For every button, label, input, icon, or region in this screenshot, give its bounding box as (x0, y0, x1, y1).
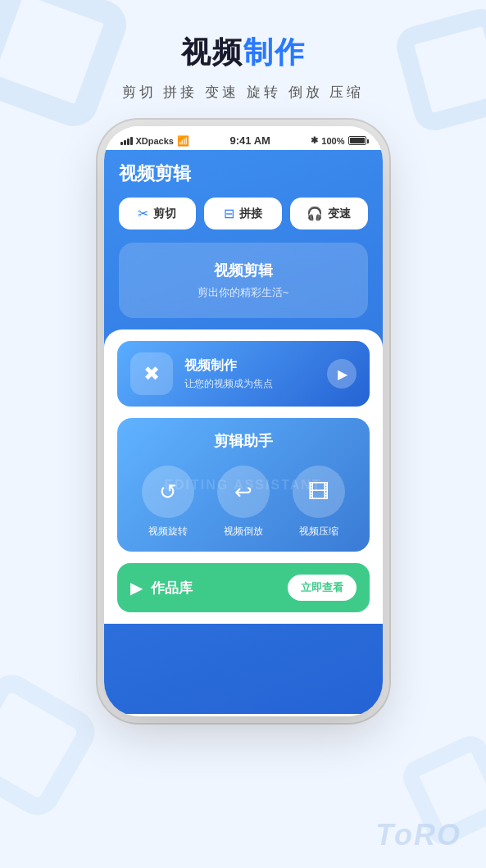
editing-tools: ↺ 视频旋转 ↩ 视频倒放 🎞 (130, 466, 357, 539)
production-card[interactable]: ✖ 视频制作 让您的视频成为焦点 ▶ (117, 341, 370, 407)
hero-card-subtitle: 剪出你的精彩生活~ (134, 285, 353, 300)
tool-rotate[interactable]: ↺ 视频旋转 (142, 466, 194, 539)
white-section: ✖ 视频制作 让您的视频成为焦点 ▶ EDITING ASSISTANT 剪辑助… (104, 329, 383, 624)
signal-bar-3 (127, 139, 129, 145)
works-title: 作品库 (151, 579, 193, 598)
production-title: 视频制作 (184, 357, 327, 375)
production-text: 视频制作 让您的视频成为焦点 (184, 357, 327, 391)
carrier-label: XDpacks (136, 136, 174, 146)
status-left: XDpacks 📶 (120, 135, 189, 147)
bottom-area: ToRO (0, 802, 486, 868)
rotate-circle: ↺ (142, 466, 194, 518)
works-icon: ▶ (130, 578, 143, 598)
production-cross-icon: ✖ (143, 362, 160, 385)
toro-brand: ToRO (375, 818, 461, 852)
subtitle: 剪切 拼接 变速 旋转 倒放 压缩 (0, 83, 486, 102)
app-header: 视频剪辑 ✂ 剪切 ⊟ 拼接 🎧 变速 (104, 150, 383, 318)
compress-label: 视频压缩 (299, 525, 338, 539)
speed-label: 变速 (328, 207, 351, 221)
cut-label: 剪切 (153, 207, 176, 221)
works-left: ▶ 作品库 (130, 578, 193, 598)
reverse-label: 视频倒放 (224, 525, 263, 539)
feature-btn-speed[interactable]: 🎧 变速 (290, 198, 368, 229)
play-icon: ▶ (338, 366, 347, 382)
tool-reverse[interactable]: ↩ 视频倒放 (217, 466, 270, 539)
rotate-label: 视频旋转 (148, 525, 188, 539)
battery-icon (348, 136, 366, 145)
signal-bar-4 (130, 137, 133, 145)
feature-buttons: ✂ 剪切 ⊟ 拼接 🎧 变速 (119, 198, 368, 229)
bluetooth-icon: ✱ (311, 135, 318, 146)
reverse-circle: ↩ (217, 466, 270, 518)
cut-icon: ✂ (138, 206, 148, 221)
speed-icon: 🎧 (307, 206, 323, 221)
top-section: 视频制作 剪切 拼接 变速 旋转 倒放 压缩 (0, 0, 486, 118)
title-part2: 制作 (243, 35, 306, 69)
title-part1: 视频 (181, 35, 243, 69)
feature-btn-join[interactable]: ⊟ 拼接 (204, 198, 282, 229)
tool-compress[interactable]: 🎞 视频压缩 (293, 466, 345, 539)
compress-circle: 🎞 (293, 466, 345, 518)
compress-icon: 🎞 (308, 479, 329, 505)
production-desc: 让您的视频成为焦点 (184, 377, 327, 391)
join-label: 拼接 (239, 207, 262, 221)
signal-bar-1 (120, 142, 123, 145)
main-title: 视频制作 (0, 33, 486, 73)
phone-mockup: XDpacks 📶 9:41 AM ✱ 100% 视频剪辑 (104, 126, 383, 716)
signal-bar-2 (124, 140, 126, 145)
reverse-icon: ↩ (234, 479, 252, 505)
editing-section: EDITING ASSISTANT 剪辑助手 ↺ 视频旋转 ↩ (117, 418, 370, 552)
status-time: 9:41 AM (229, 134, 270, 147)
rotate-icon: ↺ (159, 479, 177, 505)
signal-bars (120, 137, 133, 145)
status-right: ✱ 100% (311, 135, 366, 146)
phone-wrapper: XDpacks 📶 9:41 AM ✱ 100% 视频剪辑 (0, 126, 486, 716)
status-bar: XDpacks 📶 9:41 AM ✱ 100% (104, 126, 383, 150)
join-icon: ⊟ (224, 206, 234, 221)
production-icon-box: ✖ (130, 352, 173, 395)
production-play-button[interactable]: ▶ (327, 359, 357, 389)
wifi-icon: 📶 (177, 135, 189, 147)
works-bar[interactable]: ▶ 作品库 立即查看 (117, 563, 370, 612)
works-view-button[interactable]: 立即查看 (288, 575, 357, 601)
hero-card-title: 视频剪辑 (134, 261, 353, 280)
editing-title: 剪辑助手 (130, 431, 357, 451)
feature-btn-cut[interactable]: ✂ 剪切 (119, 198, 197, 229)
battery-label: 100% (321, 136, 344, 146)
app-content: 视频剪辑 ✂ 剪切 ⊟ 拼接 🎧 变速 (104, 150, 383, 714)
app-title: 视频剪辑 (119, 161, 368, 186)
battery-fill (350, 138, 365, 143)
hero-card: 视频剪辑 剪出你的精彩生活~ (119, 243, 368, 318)
